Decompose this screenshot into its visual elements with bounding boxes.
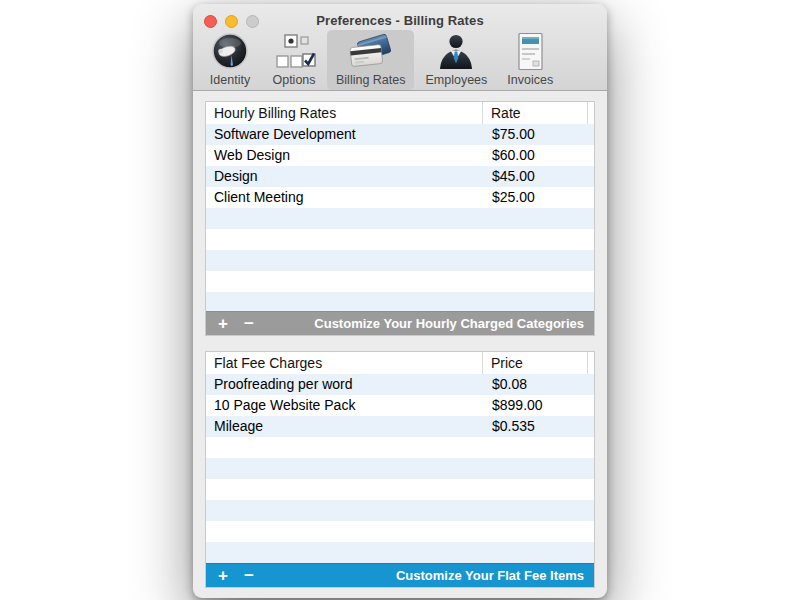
remove-hourly-rate-button[interactable]: − [240, 313, 258, 334]
column-header-price: Price [482, 352, 587, 374]
flat-fee-footer-caption: Customize Your Flat Fee Items [396, 568, 594, 583]
toolbar-item-options[interactable]: Options [263, 30, 325, 90]
window-header: Preferences - Billing Rates [193, 4, 607, 91]
toolbar-item-invoices[interactable]: Invoices [498, 30, 562, 90]
window-title: Preferences - Billing Rates [193, 13, 607, 28]
billing-rates-icon [349, 32, 393, 72]
row-item: Mileage [206, 416, 484, 437]
column-header-name: Flat Fee Charges [206, 352, 482, 374]
desktop: { "window": { "title": "Preferences - Bi… [0, 0, 800, 600]
row-rate: $45.00 [484, 166, 594, 187]
identity-icon [208, 32, 252, 72]
employees-icon [434, 32, 478, 72]
toolbar-item-billing-rates[interactable]: Billing Rates [327, 30, 414, 90]
toolbar-label: Employees [425, 73, 487, 87]
table-row[interactable]: 10 Page Website Pack $899.00 [206, 395, 594, 416]
row-price: $899.00 [484, 395, 594, 416]
toolbar-label: Identity [210, 73, 250, 87]
flat-fee-table-header: Flat Fee Charges Price [206, 352, 594, 375]
add-flat-fee-button[interactable]: + [214, 565, 232, 586]
row-rate: $75.00 [484, 124, 594, 145]
row-item: 10 Page Website Pack [206, 395, 484, 416]
row-category: Software Development [206, 124, 484, 145]
add-hourly-rate-button[interactable]: + [214, 313, 232, 334]
table-row[interactable]: Web Design $60.00 [206, 145, 594, 166]
hourly-footer-caption: Customize Your Hourly Charged Categories [314, 316, 594, 331]
row-rate: $25.00 [484, 187, 594, 208]
hourly-table-footer: + − Customize Your Hourly Charged Catego… [206, 311, 594, 335]
flat-fee-table-footer: + − Customize Your Flat Fee Items [206, 563, 594, 587]
hourly-rates-table: Hourly Billing Rates Rate Software Devel… [205, 101, 595, 336]
row-price: $0.08 [484, 374, 594, 395]
flat-fee-table: Flat Fee Charges Price Proofreading per … [205, 351, 595, 588]
preferences-window: Preferences - Billing Rates [193, 4, 607, 598]
column-header-spacer [587, 102, 594, 124]
remove-flat-fee-button[interactable]: − [240, 565, 258, 586]
hourly-table-header: Hourly Billing Rates Rate [206, 102, 594, 125]
row-price: $0.535 [484, 416, 594, 437]
toolbar-label: Options [272, 73, 315, 87]
table-row[interactable]: Software Development $75.00 [206, 124, 594, 145]
toolbar-item-employees[interactable]: Employees [416, 30, 496, 90]
row-category: Web Design [206, 145, 484, 166]
table-row[interactable]: Client Meeting $25.00 [206, 187, 594, 208]
column-header-spacer [587, 352, 594, 374]
toolbar-label: Billing Rates [336, 73, 405, 87]
row-rate: $60.00 [484, 145, 594, 166]
column-header-rate: Rate [482, 102, 587, 124]
invoices-icon [508, 32, 552, 72]
toolbar: Identity Options [199, 30, 601, 90]
column-header-name: Hourly Billing Rates [206, 102, 482, 124]
hourly-table-body: Software Development $75.00 Web Design $… [206, 124, 594, 312]
options-icon [272, 32, 316, 72]
table-row[interactable]: Design $45.00 [206, 166, 594, 187]
toolbar-item-identity[interactable]: Identity [199, 30, 261, 90]
toolbar-label: Invoices [507, 73, 553, 87]
row-category: Design [206, 166, 484, 187]
table-row[interactable]: Mileage $0.535 [206, 416, 594, 437]
row-item: Proofreading per word [206, 374, 484, 395]
table-row[interactable]: Proofreading per word $0.08 [206, 374, 594, 395]
row-category: Client Meeting [206, 187, 484, 208]
flat-fee-table-body: Proofreading per word $0.08 10 Page Webs… [206, 374, 594, 564]
